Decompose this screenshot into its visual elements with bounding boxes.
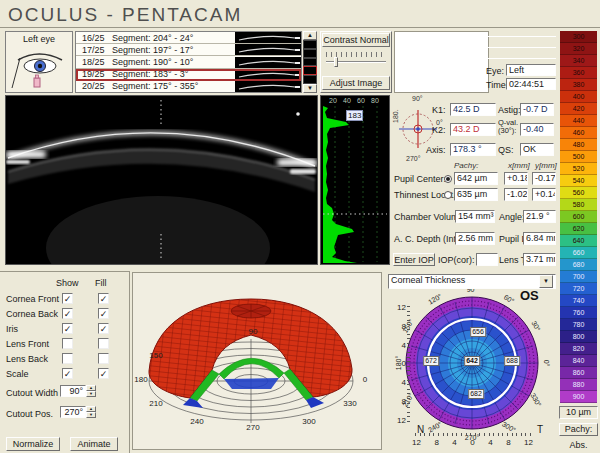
k2-field[interactable]: 43.2 D: [450, 123, 496, 136]
map-angle-label: 300°: [501, 420, 517, 433]
ruler-label: 12: [392, 416, 406, 425]
fill-checkbox[interactable]: ✓: [98, 293, 109, 304]
left-eye-icon: [6, 44, 72, 90]
segment-scroll-cell[interactable]: [303, 58, 317, 67]
scale-cell: 860: [560, 367, 597, 379]
map-angle-label: 60°: [503, 293, 516, 304]
map-hruler-ticks: [415, 433, 531, 436]
fill-checkbox[interactable]: [98, 353, 109, 364]
fill-checkbox[interactable]: ✓: [98, 308, 109, 319]
segment-scroll-cell[interactable]: [303, 49, 317, 58]
show-checkbox[interactable]: ✓: [62, 323, 73, 334]
histogram-axis-label: 60: [357, 97, 365, 104]
pupil-center-x-field[interactable]: +0.18: [504, 172, 528, 185]
segment-thumbnail: [235, 57, 301, 68]
segment-scroll-cell[interactable]: [303, 75, 317, 84]
pupil-center-radio[interactable]: [444, 175, 452, 183]
enter-iop-button[interactable]: Enter IOP: [393, 253, 435, 266]
scale-cell: 900: [560, 391, 597, 403]
layer-row: Iris✓✓: [0, 322, 130, 337]
map-angle-label: 0°: [543, 360, 550, 367]
cutout-width-field[interactable]: 90°: [60, 385, 86, 397]
layer-label: Cornea Front: [6, 294, 59, 304]
cutout-pos-stepper[interactable]: 270°▲▼: [60, 406, 96, 420]
scroll-up-button[interactable]: ▲: [303, 31, 317, 40]
slider-track[interactable]: [326, 61, 386, 63]
histogram-axis-label: 40: [343, 97, 351, 104]
ruler-label: 4: [452, 438, 456, 447]
adjust-image-button[interactable]: Adjust Image: [322, 76, 390, 90]
segment-row[interactable]: 18/25Segment: 190° - 10°: [76, 56, 301, 68]
time-field[interactable]: 02:44:51: [506, 78, 556, 90]
map-type-dropdown[interactable]: Corneal Thickness ▼: [388, 274, 556, 289]
cutout-pos-down-button[interactable]: ▼: [86, 412, 96, 418]
segment-row[interactable]: 17/25Segment: 197° - 17°: [76, 44, 301, 56]
pupil-center-y-field[interactable]: -0.17: [532, 172, 556, 185]
fill-checkbox[interactable]: ✓: [98, 323, 109, 334]
cutout-pos-field[interactable]: 270°: [60, 406, 86, 418]
thinnest-pachy-field[interactable]: 635 µm: [454, 188, 498, 201]
cornea-3d-view[interactable]: 090150180210240270300330: [132, 272, 382, 450]
segment-row[interactable]: 19/25Segment: 183° - 3°: [76, 69, 301, 81]
iop-field[interactable]: [476, 253, 498, 266]
qval-field[interactable]: -0.40: [520, 123, 554, 136]
cutout-width-stepper[interactable]: 90°▲▼: [60, 385, 96, 399]
eye-field[interactable]: Left: [506, 64, 556, 76]
map-vruler-ticks: [407, 306, 410, 422]
contrast-slider[interactable]: [326, 52, 386, 68]
chamber-volume-field[interactable]: 154 mm³: [455, 210, 495, 223]
layer-row: Lens Front: [0, 337, 130, 352]
segment-index: 17/25: [76, 45, 112, 55]
segment-label: Segment: 197° - 17°: [112, 45, 235, 55]
thinnest-y-field[interactable]: +0.14: [532, 188, 556, 201]
view3d-angle-label: 150: [149, 351, 162, 360]
scale-abs-label: Abs.: [559, 440, 598, 452]
thinnest-radio[interactable]: [444, 191, 452, 199]
animate-button[interactable]: Animate: [70, 437, 118, 451]
k1-field[interactable]: 42.5 D: [450, 103, 496, 116]
show-checkbox[interactable]: ✓: [62, 368, 73, 379]
segment-scroll-cell[interactable]: [303, 40, 317, 49]
scale-cell: 620: [560, 223, 597, 235]
layers-panel: Show Fill Cornea Front✓✓Cornea Back✓✓Iri…: [0, 271, 130, 453]
scheimpflug-image[interactable]: [5, 95, 318, 265]
pupil-center-pachy-field[interactable]: 642 µm: [454, 172, 498, 185]
contrast-normal-button[interactable]: Contrast Normal: [322, 33, 390, 47]
show-checkbox[interactable]: [62, 338, 73, 349]
astig-field[interactable]: -0.7 D: [520, 103, 554, 116]
scale-cell: 820: [560, 343, 597, 355]
show-checkbox[interactable]: ✓: [62, 293, 73, 304]
axis-field[interactable]: 178.3 °: [450, 143, 496, 156]
scale-mode-button[interactable]: Pachy:: [559, 423, 598, 436]
segment-label: Segment: 204° - 24°: [112, 33, 235, 43]
cutout-width-down-button[interactable]: ▼: [86, 391, 96, 397]
show-checkbox[interactable]: ✓: [62, 308, 73, 319]
view3d-angle-label: 0: [363, 375, 367, 384]
pupil-dia-field[interactable]: 6.84 mm: [523, 232, 556, 245]
segment-row[interactable]: 16/25Segment: 204° - 24°: [76, 32, 301, 44]
segment-row[interactable]: 20/25Segment: 175° - 355°: [76, 81, 301, 92]
axis-label: Axis:: [426, 145, 446, 158]
normalize-button[interactable]: Normalize: [6, 437, 60, 451]
scroll-down-button[interactable]: ▼: [303, 84, 317, 93]
view3d-angle-label: 300: [302, 416, 315, 425]
layer-label: Lens Back: [6, 354, 48, 364]
segment-index: 19/25: [76, 69, 112, 79]
dropdown-arrow-icon[interactable]: ▼: [539, 275, 553, 288]
angle-field[interactable]: 21.9 °: [523, 210, 556, 223]
map-value-bottom: 682: [468, 389, 484, 399]
map-angle-label: 120°: [427, 292, 443, 305]
lens-th-field[interactable]: 3.71 mm: [523, 253, 556, 266]
acd-field[interactable]: 2.56 mm: [455, 232, 495, 245]
scale-cell: 320: [560, 43, 597, 55]
segment-thumbnail: [235, 81, 301, 92]
qs-field[interactable]: OK: [520, 143, 554, 156]
fill-checkbox[interactable]: [98, 338, 109, 349]
qval-label: Q-val. (30°):: [498, 119, 518, 135]
slider-thumb[interactable]: [334, 57, 338, 67]
segment-scroll-cell[interactable]: [303, 66, 317, 75]
fill-checkbox[interactable]: ✓: [98, 368, 109, 379]
thinnest-x-field[interactable]: -1.02: [504, 188, 528, 201]
segment-scroll-cells: [303, 40, 317, 84]
show-checkbox[interactable]: [62, 353, 73, 364]
